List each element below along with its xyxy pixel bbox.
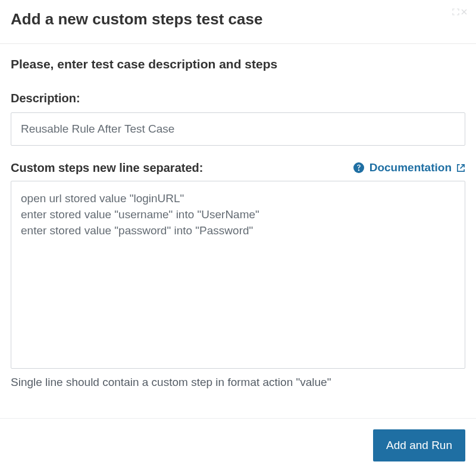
modal-body: Please, enter test case description and … <box>0 44 476 418</box>
steps-header-row: Custom steps new line separated: Documen… <box>11 161 465 175</box>
external-link-icon <box>456 164 465 172</box>
modal-footer: Add and Run <box>0 418 476 471</box>
expand-icon[interactable] <box>452 8 459 15</box>
modal-header: Add a new custom steps test case <box>0 0 476 44</box>
steps-label: Custom steps new line separated: <box>11 161 203 175</box>
steps-textarea[interactable] <box>11 181 465 369</box>
modal-title: Add a new custom steps test case <box>11 11 262 28</box>
add-custom-steps-modal: Add a new custom steps test case Please,… <box>0 0 476 471</box>
documentation-link[interactable]: Documentation <box>353 161 465 174</box>
close-icon[interactable] <box>461 8 468 15</box>
description-label: Description: <box>11 92 465 105</box>
add-and-run-button[interactable]: Add and Run <box>373 429 465 461</box>
documentation-label: Documentation <box>369 161 452 174</box>
steps-hint: Single line should contain a custom step… <box>11 376 465 389</box>
instruction-text: Please, enter test case description and … <box>11 57 465 71</box>
help-icon <box>353 162 365 174</box>
header-controls <box>452 8 468 15</box>
description-input[interactable] <box>11 112 465 146</box>
svg-line-3 <box>461 164 465 168</box>
